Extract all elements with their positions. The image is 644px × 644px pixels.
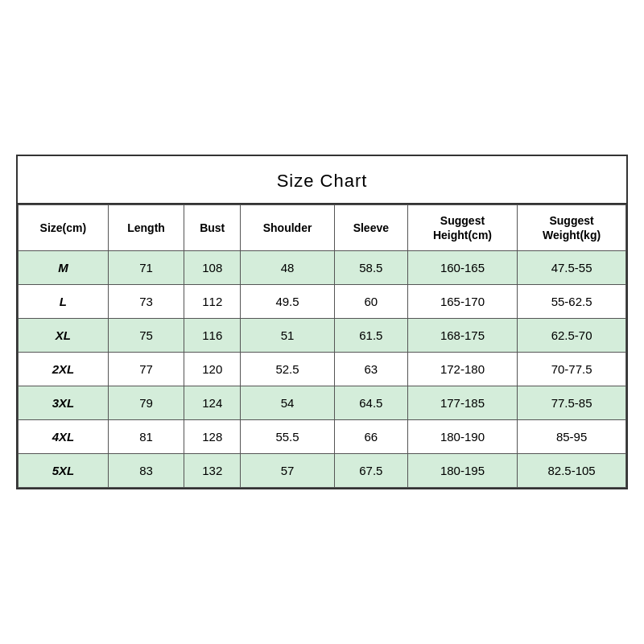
table-body: M711084858.5160-16547.5-55L7311249.56016… [19, 251, 626, 488]
cell-4-1: 79 [108, 386, 184, 420]
table-row: L7311249.560165-17055-62.5 [19, 285, 626, 319]
cell-0-0: M [19, 251, 109, 285]
table-header-row: Size(cm) Length Bust Shoulder Sleeve Sug… [19, 204, 626, 250]
cell-3-3: 52.5 [241, 353, 335, 386]
cell-4-0: 3XL [19, 386, 109, 420]
cell-6-5: 180-195 [407, 454, 517, 488]
cell-3-4: 63 [334, 353, 407, 386]
size-chart-container: Size Chart Size(cm) Length Bust Shoulder… [16, 155, 628, 489]
cell-2-2: 116 [184, 319, 241, 353]
cell-3-5: 172-180 [407, 353, 517, 386]
cell-6-3: 57 [241, 454, 335, 488]
cell-6-0: 5XL [19, 454, 109, 488]
col-size: Size(cm) [19, 204, 109, 250]
size-table: Size(cm) Length Bust Shoulder Sleeve Sug… [18, 204, 626, 488]
cell-1-3: 49.5 [241, 285, 335, 319]
cell-0-2: 108 [184, 251, 241, 285]
col-shoulder: Shoulder [241, 204, 335, 250]
cell-5-2: 128 [184, 420, 241, 454]
cell-1-0: L [19, 285, 109, 319]
table-row: XL751165161.5168-17562.5-70 [19, 319, 626, 353]
cell-5-3: 55.5 [241, 420, 335, 454]
table-row: M711084858.5160-16547.5-55 [19, 251, 626, 285]
cell-6-2: 132 [184, 454, 241, 488]
cell-0-5: 160-165 [407, 251, 517, 285]
cell-6-6: 82.5-105 [518, 454, 626, 488]
table-row: 4XL8112855.566180-19085-95 [19, 420, 626, 454]
col-weight: SuggestWeight(kg) [518, 204, 626, 250]
cell-3-1: 77 [108, 353, 184, 386]
chart-title: Size Chart [18, 156, 626, 204]
cell-1-5: 165-170 [407, 285, 517, 319]
cell-2-1: 75 [108, 319, 184, 353]
cell-4-4: 64.5 [334, 386, 407, 420]
col-height: SuggestHeight(cm) [407, 204, 517, 250]
cell-1-6: 55-62.5 [518, 285, 626, 319]
cell-4-6: 77.5-85 [518, 386, 626, 420]
col-sleeve: Sleeve [334, 204, 407, 250]
cell-3-0: 2XL [19, 353, 109, 386]
cell-0-3: 48 [241, 251, 335, 285]
col-length: Length [108, 204, 184, 250]
table-row: 3XL791245464.5177-18577.5-85 [19, 386, 626, 420]
cell-5-6: 85-95 [518, 420, 626, 454]
cell-0-1: 71 [108, 251, 184, 285]
cell-5-4: 66 [334, 420, 407, 454]
cell-3-6: 70-77.5 [518, 353, 626, 386]
table-row: 5XL831325767.5180-19582.5-105 [19, 454, 626, 488]
cell-5-5: 180-190 [407, 420, 517, 454]
cell-1-1: 73 [108, 285, 184, 319]
cell-0-4: 58.5 [334, 251, 407, 285]
cell-6-1: 83 [108, 454, 184, 488]
cell-2-3: 51 [241, 319, 335, 353]
cell-0-6: 47.5-55 [518, 251, 626, 285]
cell-3-2: 120 [184, 353, 241, 386]
table-row: 2XL7712052.563172-18070-77.5 [19, 353, 626, 386]
cell-5-1: 81 [108, 420, 184, 454]
cell-2-4: 61.5 [334, 319, 407, 353]
cell-2-6: 62.5-70 [518, 319, 626, 353]
cell-1-2: 112 [184, 285, 241, 319]
cell-4-3: 54 [241, 386, 335, 420]
cell-4-2: 124 [184, 386, 241, 420]
cell-6-4: 67.5 [334, 454, 407, 488]
cell-2-0: XL [19, 319, 109, 353]
cell-5-0: 4XL [19, 420, 109, 454]
cell-4-5: 177-185 [407, 386, 517, 420]
cell-1-4: 60 [334, 285, 407, 319]
cell-2-5: 168-175 [407, 319, 517, 353]
col-bust: Bust [184, 204, 241, 250]
